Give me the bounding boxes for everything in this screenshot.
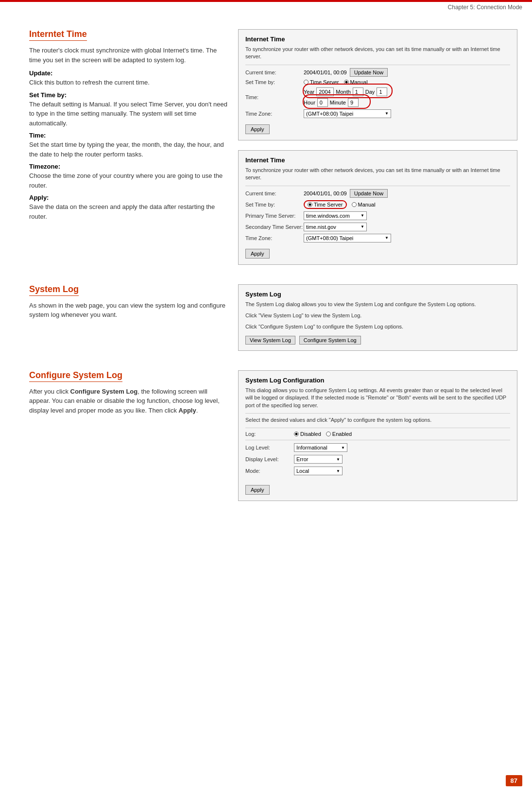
panel2-apply-btn[interactable]: Apply [245, 249, 270, 259]
panel1-title: Internet Time [245, 35, 510, 43]
timezone-field-desc: Choose the time zone of your country whe… [29, 171, 228, 190]
view-system-log-btn[interactable]: View System Log [245, 336, 295, 345]
internet-time-left: Interntet Time The router's clock must s… [29, 29, 238, 265]
panel2-primary-label: Primary Time Server: [245, 213, 304, 219]
settimeby-field-desc: The default setting is Manual. If you se… [29, 100, 228, 128]
panel2-current-time-label: Current time: [245, 190, 304, 196]
hour-label: Hour [304, 100, 315, 105]
system-log-desc: As shown in the web page, you can view t… [29, 301, 228, 320]
system-log-section: System Log As shown in the web page, you… [29, 284, 517, 351]
timezone-field-title: Timezone: [29, 163, 228, 170]
panel1-timezone-row: Time Zone: (GMT+08:00) Taipei ▼ [245, 109, 510, 118]
internet-time-right: Internet Time To synchronize your router… [238, 29, 517, 265]
system-log-title: System Log [29, 284, 79, 296]
config-apply-btn[interactable]: Apply [245, 485, 270, 495]
log-enabled-radio[interactable] [326, 432, 331, 436]
panel2-radio-group: Time Server Manual [304, 200, 376, 209]
panel2-secondary-select[interactable]: time.nist.gov ▼ [304, 223, 367, 231]
panel1-hour-input[interactable] [317, 98, 328, 107]
config-mode-row: Mode: Local ▼ [245, 467, 510, 475]
internet-time-panel2: Internet Time To synchronize your router… [238, 150, 517, 265]
configure-system-log-btn[interactable]: Configure System Log [299, 336, 361, 345]
panel1-time-fields: Year Month Day Hour Minute [304, 87, 387, 107]
panel1-timezone-select[interactable]: (GMT+08:00) Taipei ▼ [304, 109, 391, 118]
internet-time-title: Interntet Time [29, 29, 87, 41]
panel2-primary-select[interactable]: time.windows.com ▼ [304, 211, 367, 220]
panel1-time-row: Time: Year Month Day [245, 87, 510, 107]
config-log-label: Log: [245, 431, 294, 437]
panel2-set-time-label: Set Time by: [245, 202, 304, 208]
panel1-time-label: Time: [245, 94, 304, 100]
apply-bold: Apply [179, 407, 196, 414]
config-loglevel-row: Log Level: Informational ▼ [245, 443, 510, 452]
panel2-secondary-row: Secondary Time Server: time.nist.gov ▼ [245, 223, 510, 231]
config-loglevel-select[interactable]: Informational ▼ [294, 443, 347, 452]
chapter-header: Chapter 5: Connection Mode [448, 4, 522, 11]
minute-label: Minute [330, 100, 346, 105]
page-number: 87 [506, 775, 522, 786]
panel2-title: Internet Time [245, 156, 510, 164]
year-label: Year [304, 89, 314, 95]
internet-time-panel1: Internet Time To synchronize your router… [238, 29, 517, 140]
panel1-radio-manual[interactable]: Manual [344, 79, 368, 85]
panel1-radio-group: Time Server Manual [304, 79, 368, 85]
panel1-set-time-label: Set Time by: [245, 79, 304, 85]
config-log-radio-group: Disabled Enabled [294, 431, 352, 437]
panel1-day-input[interactable] [377, 87, 387, 96]
panel2-manual-label: Manual [358, 202, 376, 208]
panel1-radio-timeserver[interactable]: Time Server [304, 79, 339, 85]
settimeby-field-title: Set Time by: [29, 91, 228, 99]
config-displaylevel-row: Display Level: Error ▼ [245, 455, 510, 464]
panel1-update-btn[interactable]: Update Now [350, 68, 388, 77]
panel1-apply-btn[interactable]: Apply [245, 124, 270, 134]
panel2-update-btn[interactable]: Update Now [350, 189, 388, 198]
panel2-radio-timeserver[interactable]: Time Server [304, 200, 347, 209]
syslog-buttons: View System Log Configure System Log [245, 336, 510, 345]
config-displaylevel-select[interactable]: Error ▼ [294, 455, 343, 464]
loglevel-dropdown-arrow: ▼ [341, 446, 345, 450]
panel1-timezone-label: Time Zone: [245, 111, 304, 117]
panel2-timezone-label: Time Zone: [245, 235, 304, 241]
configure-syslog-title: Configure System Log [29, 370, 122, 382]
secondary-dropdown-arrow: ▼ [360, 225, 364, 229]
displaylevel-dropdown-arrow: ▼ [336, 457, 340, 462]
config-panel-desc: This dialog allows you to configure Syst… [245, 387, 510, 409]
config-log-enabled[interactable]: Enabled [326, 431, 352, 437]
panel1-current-time-value: 2004/01/01, 00:09 Update Now [304, 68, 388, 77]
panel1-desc: To synchronize your router with other ne… [245, 46, 510, 61]
panel2-timeserver-label: Time Server [314, 202, 343, 208]
time-field-title: Time: [29, 132, 228, 139]
panel1-minute-input[interactable] [348, 98, 359, 107]
apply-field-desc: Save the data on the screen and apply th… [29, 202, 228, 221]
log-enabled-label: Enabled [332, 431, 352, 437]
primary-dropdown-arrow: ▼ [360, 213, 364, 218]
config-mode-select[interactable]: Local ▼ [294, 467, 343, 475]
panel2-primary-row: Primary Time Server: time.windows.com ▼ [245, 211, 510, 220]
syslog-panel-desc1: The System Log dialog allows you to view… [245, 301, 510, 308]
panel1-month-input[interactable] [353, 87, 363, 96]
panel2-radio-manual-icon[interactable] [352, 202, 357, 207]
panel2-timezone-select[interactable]: (GMT+08:00) Taipei ▼ [304, 234, 391, 242]
config-log-disabled[interactable]: Disabled [294, 431, 321, 437]
apply-field-title: Apply: [29, 194, 228, 201]
update-field-desc: Click this button to refresh the current… [29, 78, 228, 87]
panel2-radio-timeserver-icon[interactable] [308, 202, 312, 207]
month-label: Month [336, 89, 351, 95]
radio-manual-icon[interactable] [344, 80, 349, 85]
system-log-left: System Log As shown in the web page, you… [29, 284, 238, 351]
config-panel-title: System Log Configuration [245, 377, 510, 384]
syslog-panel-title: System Log [245, 291, 510, 298]
panel2-timezone-dropdown-arrow: ▼ [385, 236, 389, 240]
config-log-row: Log: Disabled Enabled [245, 431, 510, 437]
panel2-radio-manual[interactable]: Manual [352, 202, 376, 208]
internet-time-desc: The router's clock must synchronize with… [29, 46, 228, 65]
panel1-hm-row: Hour Minute [304, 98, 387, 107]
panel2-set-time-row: Set Time by: Time Server Manual [245, 200, 510, 209]
config-panel: System Log Configuration This dialog all… [238, 370, 517, 502]
panel1-year-input[interactable] [316, 87, 334, 96]
configure-syslog-left: Configure System Log After you click Con… [29, 370, 238, 502]
syslog-panel-desc2: Click "View System Log" to view the Syst… [245, 312, 510, 319]
radio-timeserver-icon[interactable] [304, 80, 309, 85]
log-disabled-radio[interactable] [294, 432, 299, 436]
top-border [0, 0, 532, 2]
